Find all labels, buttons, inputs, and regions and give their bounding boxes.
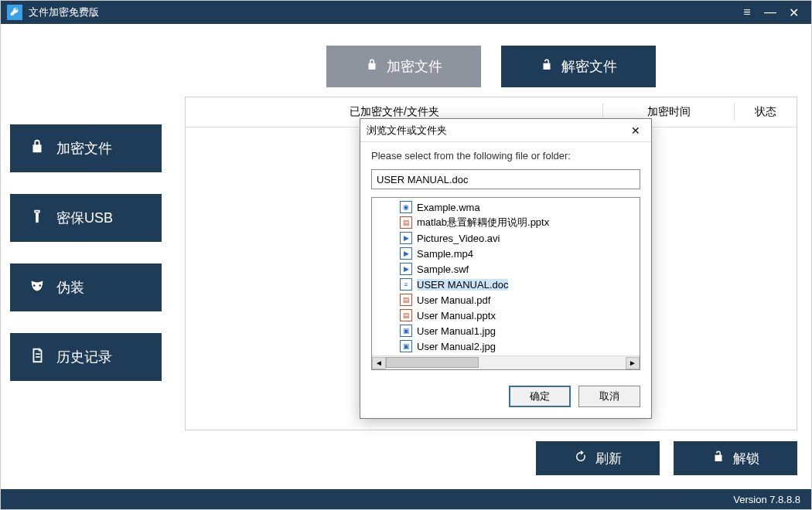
usb-icon: [29, 208, 46, 229]
browse-dialog: 浏览文件或文件夹 ✕ Please select from the follow…: [360, 118, 652, 419]
button-label: 解锁: [733, 450, 759, 468]
scroll-track[interactable]: [386, 357, 626, 369]
menu-button[interactable]: ≡: [735, 1, 759, 24]
file-list-container: ◉Example.wma▤matlab悬置解耦使用说明.pptx▶Picture…: [371, 197, 640, 370]
app-logo-icon: [7, 5, 22, 20]
sidebar-item-label: 密保USB: [56, 209, 113, 227]
scroll-thumb[interactable]: [386, 357, 479, 368]
scroll-left-arrow[interactable]: ◄: [372, 357, 386, 369]
dialog-titlebar: 浏览文件或文件夹 ✕: [360, 119, 651, 142]
scroll-right-arrow[interactable]: ►: [626, 357, 640, 369]
file-row[interactable]: ▣User Manual2.jpg: [400, 338, 640, 354]
ok-button[interactable]: 确定: [509, 386, 571, 407]
file-row[interactable]: ▤User Manual.pdf: [400, 292, 640, 308]
sidebar-item-label: 历史记录: [56, 348, 112, 366]
file-icon: ▶: [400, 263, 412, 275]
file-name: Example.wma: [417, 202, 480, 213]
file-name: Sample.mp4: [417, 248, 473, 260]
file-name: matlab悬置解耦使用说明.pptx: [417, 216, 549, 230]
file-icon: ≡: [400, 278, 412, 291]
button-label: 刷新: [595, 450, 622, 468]
file-icon: ▤: [400, 216, 412, 229]
mask-icon: [29, 277, 46, 298]
history-icon: [29, 347, 46, 368]
lock-icon: [29, 138, 46, 159]
file-name: User Manual2.jpg: [417, 341, 496, 352]
file-row[interactable]: ▶Sample.swf: [400, 261, 640, 277]
decrypt-button[interactable]: 解密文件: [501, 46, 656, 87]
app-title: 文件加密免费版: [29, 5, 735, 19]
file-name: USER MANUAL.doc: [417, 279, 508, 291]
file-icon: ◉: [400, 201, 412, 213]
dialog-body: Please select from the following file or…: [360, 142, 651, 379]
file-name: User Manual.pdf: [417, 294, 490, 306]
top-actions: 加密文件 解密文件: [185, 46, 797, 87]
file-icon: ▣: [400, 325, 412, 337]
lock-icon: [365, 58, 379, 76]
close-button[interactable]: ✕: [782, 1, 805, 24]
file-row[interactable]: ≡USER MANUAL.doc: [400, 277, 640, 292]
file-row[interactable]: ▤User Manual.pptx: [400, 308, 640, 323]
file-name: Pictures_Video.avi: [417, 233, 500, 244]
file-row[interactable]: ▶Sample.mp4: [400, 246, 640, 261]
dialog-instruction: Please select from the following file or…: [371, 150, 640, 162]
unlock-icon: [540, 58, 554, 76]
sidebar-item-history[interactable]: 历史记录: [10, 333, 162, 381]
refresh-icon: [574, 450, 588, 468]
minimize-button[interactable]: —: [759, 1, 782, 24]
unlock-icon: [711, 450, 725, 468]
dialog-close-button[interactable]: ✕: [626, 124, 645, 137]
statusbar: Version 7.8.8.8: [1, 489, 811, 509]
file-icon: ▤: [400, 294, 412, 306]
dialog-title: 浏览文件或文件夹: [367, 124, 626, 138]
cancel-button[interactable]: 取消: [578, 386, 640, 407]
refresh-button[interactable]: 刷新: [536, 441, 660, 475]
file-row[interactable]: ▣User Manual1.jpg: [400, 323, 640, 338]
bottom-actions: 刷新 解锁: [185, 441, 797, 475]
dialog-actions: 确定 取消: [360, 379, 651, 418]
file-row[interactable]: ▤matlab悬置解耦使用说明.pptx: [400, 215, 640, 230]
version-label: Version 7.8.8.8: [733, 494, 800, 505]
selected-file-input[interactable]: [371, 169, 640, 189]
titlebar: 文件加密免费版 ≡ — ✕: [1, 1, 811, 24]
sidebar-item-label: 伪装: [56, 278, 84, 297]
sidebar-item-encrypt[interactable]: 加密文件: [10, 124, 162, 172]
file-name: User Manual1.jpg: [417, 325, 496, 337]
horizontal-scrollbar[interactable]: ◄ ►: [372, 355, 640, 369]
file-icon: ▶: [400, 232, 412, 244]
unlock-button[interactable]: 解锁: [674, 441, 797, 475]
body: 加密文件 密保USB 伪装 历史记录 加密文件: [1, 24, 811, 489]
file-icon: ▶: [400, 247, 412, 260]
sidebar-item-disguise[interactable]: 伪装: [10, 264, 162, 311]
button-label: 解密文件: [561, 57, 617, 76]
sidebar-item-usb[interactable]: 密保USB: [10, 194, 162, 242]
file-row[interactable]: ◉Example.wma: [400, 199, 640, 215]
sidebar-item-label: 加密文件: [56, 139, 112, 158]
encrypt-button[interactable]: 加密文件: [326, 46, 481, 87]
file-name: Sample.swf: [417, 264, 469, 275]
col-status: 状态: [735, 97, 797, 127]
file-row[interactable]: ▶Pictures_Video.avi: [400, 230, 640, 246]
file-name: User Manual.pptx: [417, 310, 496, 321]
app-window: 文件加密免费版 ≡ — ✕ 加密文件 密保USB 伪装 历史记录: [0, 0, 812, 510]
button-label: 加密文件: [387, 57, 442, 76]
file-list[interactable]: ◉Example.wma▤matlab悬置解耦使用说明.pptx▶Picture…: [372, 198, 640, 355]
file-icon: ▣: [400, 340, 412, 352]
sidebar: 加密文件 密保USB 伪装 历史记录: [1, 24, 171, 489]
file-icon: ▤: [400, 309, 412, 321]
